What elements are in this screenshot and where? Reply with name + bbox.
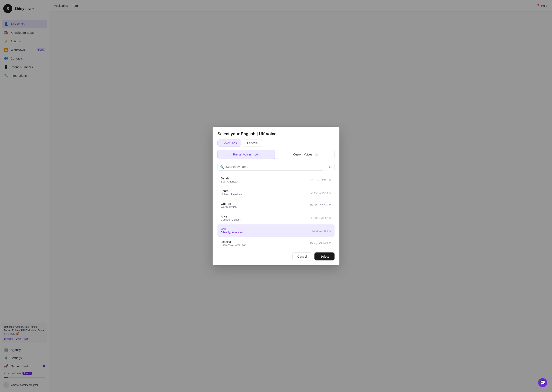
voice-id-alice: ID: Xb...Yk0k2 ⧉	[311, 216, 331, 220]
voice-info-george: George Warm, British	[221, 202, 237, 209]
voice-id-laura: ID: FG...dsKH5 ⧉	[310, 191, 331, 194]
filter-button[interactable]: ⚙	[326, 163, 335, 171]
voice-name-laura: Laura	[221, 189, 242, 193]
provider-tab-cartesia[interactable]: Cartesia	[243, 140, 262, 147]
voice-item-alice[interactable]: Alice Confident, British ID: Xb...Yk0k2 …	[217, 212, 335, 224]
voice-desc-sarah: Soft, American	[221, 180, 238, 183]
voice-info-alice: Alice Confident, British	[221, 215, 241, 221]
voice-type-preset[interactable]: Pre-set Voices 26	[217, 150, 275, 159]
copy-icon-sarah[interactable]: ⧉	[329, 178, 331, 182]
search-input-wrap: 🔍	[217, 163, 324, 171]
chat-icon: 💬	[540, 380, 545, 385]
voice-id-george: ID: JB...DRZzb ⧉	[310, 203, 331, 207]
copy-icon-will[interactable]: ⧉	[329, 229, 331, 232]
voice-name-george: George	[221, 202, 237, 205]
voice-count-custom: 0	[314, 153, 319, 156]
voice-desc-laura: Upbeat, American	[221, 193, 242, 196]
voice-info-will: Will Friendly, American	[221, 227, 243, 234]
voice-info-sarah: Sarah Soft, American	[221, 176, 238, 183]
voice-id-text-laura: ID: FG...dsKH5	[310, 191, 328, 194]
voice-id-text-sarah: ID: EX...DxMaL	[310, 178, 328, 182]
search-icon: 🔍	[220, 165, 224, 169]
voice-id-sarah: ID: EX...DxMaL ⧉	[310, 178, 331, 182]
modal-header: Select your English | UK voice	[213, 127, 339, 140]
voice-item-laura[interactable]: Laura Upbeat, American ID: FG...dsKH5 ⧉	[217, 186, 335, 199]
voice-name-jessica: Jessica	[221, 240, 246, 244]
modal-title: Select your English | UK voice	[217, 132, 335, 136]
voice-name-alice: Alice	[221, 215, 241, 218]
voice-desc-george: Warm, British	[221, 205, 237, 209]
voice-item-sarah[interactable]: Sarah Soft, American ID: EX...DxMaL ⧉	[217, 174, 335, 186]
voice-desc-jessica: Expressive, American	[221, 244, 246, 246]
voice-id-text-will: ID: bl...ZH58o	[312, 229, 328, 232]
provider-tab-elevenlabs[interactable]: ElevenLabs	[217, 140, 241, 147]
voice-id-text-george: ID: JB...DRZzb	[310, 204, 328, 207]
search-row: 🔍 ⚙	[213, 163, 339, 174]
voice-desc-will: Friendly, American	[221, 231, 243, 234]
voice-item-jessica[interactable]: Jessica Expressive, American ID: cg...Ck…	[217, 237, 335, 247]
voice-id-text-alice: ID: Xb...Yk0k2	[311, 217, 328, 219]
filter-icon: ⚙	[329, 165, 332, 169]
voice-id-text-jessica: ID: cg...CkdW9	[310, 242, 328, 245]
select-button[interactable]: Select	[314, 252, 335, 260]
copy-icon-jessica[interactable]: ⧉	[329, 242, 331, 245]
voice-desc-alice: Confident, British	[221, 218, 241, 221]
voice-item-will[interactable]: Will Friendly, American ID: bl...ZH58o ⧉	[217, 224, 335, 237]
voice-item-george[interactable]: George Warm, British ID: JB...DRZzb ⧉	[217, 199, 335, 211]
search-input[interactable]	[217, 163, 324, 171]
voice-type-row: Pre-set Voices 26Custom Voices 0	[213, 150, 339, 163]
chat-widget-button[interactable]: 💬	[538, 378, 547, 387]
voice-id-will: ID: bl...ZH58o ⧉	[312, 229, 331, 232]
voice-name-will: Will	[221, 227, 243, 231]
modal-footer: Cancel Select	[213, 249, 339, 265]
provider-tabs: ElevenLabsCartesia	[213, 140, 339, 150]
voice-name-sarah: Sarah	[221, 176, 238, 180]
voice-info-jessica: Jessica Expressive, American	[221, 240, 246, 246]
voice-id-jessica: ID: cg...CkdW9 ⧉	[310, 242, 331, 245]
copy-icon-laura[interactable]: ⧉	[329, 191, 331, 194]
cancel-button[interactable]: Cancel	[292, 252, 312, 260]
voice-selection-modal: Select your English | UK voice ElevenLab…	[213, 127, 339, 265]
voice-type-custom[interactable]: Custom Voices 0	[277, 150, 335, 159]
copy-icon-george[interactable]: ⧉	[329, 203, 331, 207]
voice-count-preset: 26	[253, 153, 259, 156]
copy-icon-alice[interactable]: ⧉	[329, 216, 331, 220]
modal-backdrop: Select your English | UK voice ElevenLab…	[0, 0, 552, 392]
voice-list: Sarah Soft, American ID: EX...DxMaL ⧉ La…	[213, 174, 339, 247]
voice-info-laura: Laura Upbeat, American	[221, 189, 242, 196]
